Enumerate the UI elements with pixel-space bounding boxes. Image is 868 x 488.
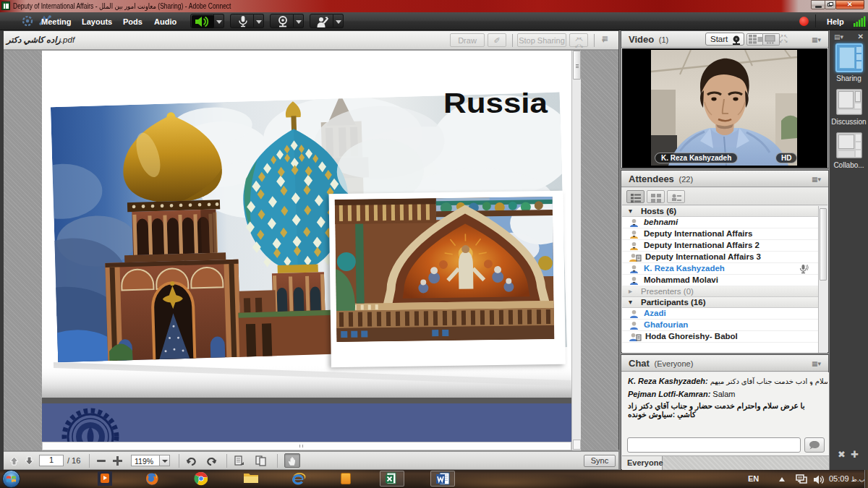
svg-text:Russia: Russia: [443, 88, 548, 119]
